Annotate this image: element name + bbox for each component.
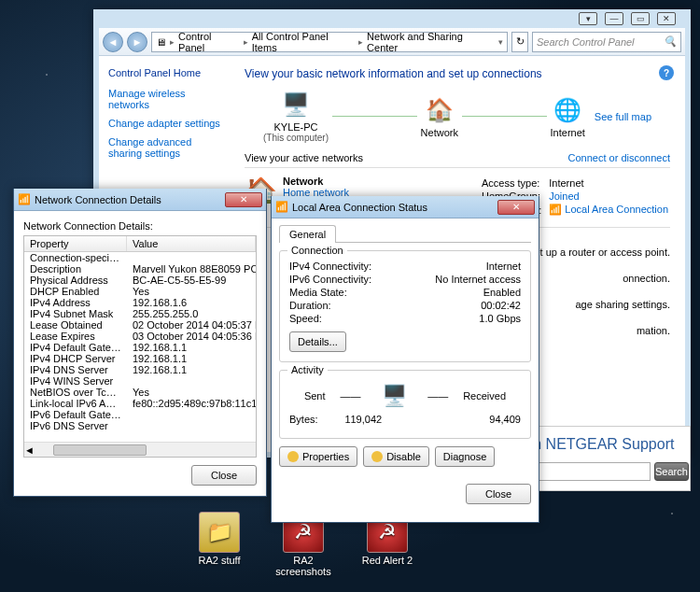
table-row[interactable]: IPv4 DHCP Server192.168.1.1 [24,353,256,364]
table-row[interactable]: Physical AddressBC-AE-C5-55-E5-99 [24,275,256,286]
kv-row: Duration:00:02:42 [289,300,521,311]
folder-ra2-stuff[interactable]: 📁RA2 stuff [187,512,252,577]
table-row[interactable]: Lease Expires03 October 2014 04:05:36 PM [24,331,256,342]
breadcrumb[interactable]: 🖥▸ Control Panel▸ All Control Panel Item… [151,32,508,52]
connect-disconnect[interactable]: Connect or disconnect [568,152,670,163]
network-icon: 📶 [275,201,288,213]
computer-icon: 🖥 [156,36,166,48]
sidebar-home[interactable]: Control Panel Home [108,67,220,78]
toolbar: ◄ ► 🖥▸ Control Panel▸ All Control Panel … [99,28,685,56]
search-icon: 🔍 [664,35,677,48]
search-input[interactable]: Search Control Panel 🔍 [532,32,681,52]
lac-window: 📶 Local Area Connection Status ✕ General… [271,196,539,523]
table-row[interactable]: Lease Obtained02 October 2014 04:05:37 P… [24,319,256,331]
network-icon: 📶 [18,193,31,205]
dropdown-btn[interactable]: ▾ [579,12,597,25]
ncd-title: Network Connection Details [35,194,161,205]
diagnose-btn[interactable]: Diagnose [435,446,495,467]
ncd-window: 📶 Network Connection Details ✕ Network C… [13,189,267,497]
connection-group: Connection IPv4 Connectivity:InternetIPv… [279,250,531,362]
table-row[interactable]: IPv4 Address192.168.1.6 [24,297,256,308]
active-networks-label: View your active networks [245,152,363,163]
refresh-btn[interactable]: ↻ [511,32,528,52]
tab-general[interactable]: General [279,225,336,243]
table-row[interactable]: DescriptionMarvell Yukon 88E8059 PCI-E G… [24,263,256,275]
back-btn[interactable]: ◄ [103,32,123,52]
table-row[interactable]: IPv6 Default Gateway [24,409,256,420]
globe-icon: 🌐 [553,95,582,125]
lac-title: Local Area Connection Status [292,202,427,213]
sidebar-sharing[interactable]: Change advanced sharing settings [108,136,220,159]
close-btn[interactable]: ✕ [497,200,535,215]
h-scrollbar[interactable]: ◄ [24,442,256,457]
map-internet: 🌐 Internet [551,95,585,138]
crumb-nsc[interactable]: Network and Sharing Center [367,31,495,53]
col-value[interactable]: Value [127,236,256,251]
monitor-icon: 🖥️ [375,382,413,410]
bytes-sent: 119,042 [344,414,382,425]
connection-link[interactable]: Local Area Connection [565,204,668,215]
properties-btn[interactable]: Properties [279,446,357,467]
close-btn[interactable]: ✕ [657,12,676,25]
crumb-cp[interactable]: Control Panel [178,31,240,53]
map-pc: 🖥️ KYLE-PC (This computer) [263,90,329,143]
ncd-label: Network Connection Details: [23,220,257,232]
table-row[interactable]: DHCP EnabledYes [24,286,256,297]
table-row[interactable]: IPv4 DNS Server192.168.1.1 [24,364,256,375]
table-row[interactable]: Connection-specific DN... [24,252,256,263]
window-controls: ▾ — ▭ ✕ [99,9,685,28]
table-row[interactable]: IPv4 WINS Server [24,375,256,387]
details-btn[interactable]: Details... [289,331,346,352]
bytes-recv: 94,409 [489,414,521,425]
page-heading: View your basic network information and … [245,67,670,80]
netgear-search-btn[interactable]: Search [654,462,689,481]
kv-row: Speed:1.0 Gbps [289,313,521,324]
folder-icon: 📁 [199,512,240,553]
search-placeholder: Search Control Panel [537,36,635,48]
ncd-grid: Property Value Connection-specific DN...… [23,235,257,458]
table-row[interactable]: IPv4 Subnet Mask255.255.255.0 [24,308,256,319]
minimize-btn[interactable]: — [605,12,623,25]
help-icon[interactable]: ? [659,65,674,80]
fwd-btn[interactable]: ► [127,32,147,52]
sidebar-adapter[interactable]: Change adapter settings [108,118,220,129]
maximize-btn[interactable]: ▭ [631,12,650,25]
network-name: Network [283,176,349,187]
table-row[interactable]: NetBIOS over Tcpip En...Yes [24,387,256,398]
table-row[interactable]: IPv6 DNS Server [24,420,256,431]
kv-row: Media State:Enabled [289,287,521,298]
crumb-all[interactable]: All Control Panel Items [252,31,355,53]
close-btn[interactable]: ✕ [225,192,262,207]
see-full-map[interactable]: See full map [595,111,651,122]
sidebar-wireless[interactable]: Manage wireless networks [108,88,220,110]
disable-btn[interactable]: Disable [363,446,429,467]
col-property[interactable]: Property [24,236,127,251]
close-button[interactable]: Close [466,484,531,504]
activity-group: Activity Sent —— 🖥️ —— Received Bytes: 1… [279,370,531,439]
table-row[interactable]: IPv4 Default Gateway192.168.1.1 [24,342,256,353]
map-network: 🏠 Network [421,95,458,138]
computer-icon: 🖥️ [281,90,311,120]
close-button[interactable]: Close [191,465,257,486]
table-row[interactable]: Link-local IPv6 Addressfe80::2d95:489c:9… [24,398,256,409]
network-icon: 🏠 [425,95,455,125]
homegroup-link[interactable]: Joined [549,190,579,202]
kv-row: IPv6 Connectivity:No Internet access [289,274,521,285]
kv-row: IPv4 Connectivity:Internet [289,261,521,272]
